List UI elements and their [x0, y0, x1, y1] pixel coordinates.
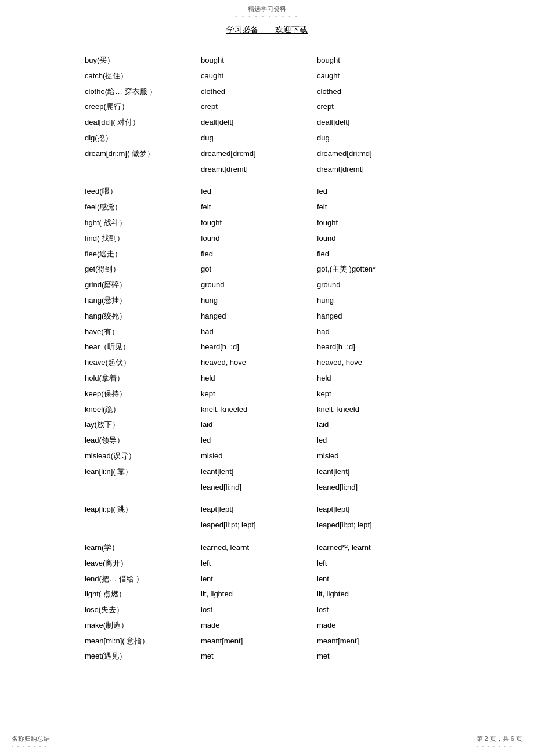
base-form: hang(悬挂） — [81, 293, 197, 309]
base-form: dream[dri:m]( 做梦） — [81, 146, 197, 162]
header-dots: - - - - - - - - - - — [0, 13, 534, 19]
past-participle: crept — [313, 99, 499, 115]
base-form — [81, 518, 197, 533]
base-form: flee(逃走） — [81, 247, 197, 262]
base-form: mean[mi:n]( 意指） — [81, 634, 197, 649]
table-row: leap[li:p]( 跳）leapt[lept]leapt[lept] — [81, 502, 499, 518]
table-row: lose(失去）lostlost — [81, 602, 499, 618]
past-participle: held — [313, 371, 499, 386]
footer-left-dots: - - - - - - - — [12, 743, 50, 749]
footer-right-dots: - - - - - - - — [477, 743, 522, 749]
header-top-text: 精选学习资料 — [0, 5, 534, 13]
past-participle: ground — [313, 277, 499, 293]
base-form: lead(领导） — [81, 433, 197, 448]
content-area: buy(买）boughtboughtcatch(捉住）caughtcaughtc… — [0, 47, 534, 699]
past-form: crept — [197, 99, 313, 115]
past-participle: learned*², learnt — [313, 540, 499, 556]
base-form: hang(绞死） — [81, 309, 197, 324]
table-row: find( 找到）foundfound — [81, 231, 499, 247]
past-form: led — [197, 433, 313, 448]
past-participle: fled — [313, 247, 499, 262]
base-form: lean[li:n]( 靠） — [81, 464, 197, 480]
table-row: fight( 战斗）foughtfought — [81, 215, 499, 231]
past-form: leaped[li:pt; lept] — [197, 518, 313, 533]
table-row: meet(遇见）metmet — [81, 649, 499, 664]
table-row: flee(逃走）fledfled — [81, 247, 499, 262]
past-participle: leaned[li:nd] — [313, 480, 499, 495]
past-form: clothed — [197, 84, 313, 100]
table-row: hold(拿着）heldheld — [81, 371, 499, 386]
verb-table: buy(买）boughtboughtcatch(捉住）caughtcaughtc… — [81, 53, 499, 664]
past-participle: lit, lighted — [313, 587, 499, 602]
table-row: lend(把… 借给 ）lentlent — [81, 571, 499, 587]
past-form: hanged — [197, 309, 313, 324]
past-participle: leaped[li:pt; lept] — [313, 518, 499, 533]
base-form: get(得到） — [81, 262, 197, 277]
past-participle: meant[ment] — [313, 634, 499, 649]
past-participle: left — [313, 556, 499, 571]
past-participle: lent — [313, 571, 499, 587]
footer-right-text: 第 2 页，共 6 页 — [477, 735, 522, 743]
footer-right: 第 2 页，共 6 页 - - - - - - - — [477, 735, 522, 749]
table-row: have(有）hadhad — [81, 324, 499, 340]
past-participle: heard[h :d] — [313, 339, 499, 355]
table-row: learn(学）learned, learntlearned*², learnt — [81, 540, 499, 556]
footer-left-text: 名称归纳总结 — [12, 735, 50, 743]
table-row: lean[li:n]( 靠）leant[lent]leant[lent] — [81, 464, 499, 480]
base-form: grind(磨碎） — [81, 277, 197, 293]
base-form: have(有） — [81, 324, 197, 340]
past-participle: led — [313, 433, 499, 448]
past-participle: misled — [313, 448, 499, 464]
past-form: fought — [197, 215, 313, 231]
past-form: found — [197, 231, 313, 247]
base-form: clothe(给… 穿衣服 ） — [81, 84, 197, 100]
table-row: feed(喂）fedfed — [81, 184, 499, 200]
base-form: find( 找到） — [81, 231, 197, 247]
past-participle: hung — [313, 293, 499, 309]
past-form: laid — [197, 417, 313, 433]
past-form: felt — [197, 200, 313, 215]
table-row: leave(离开）leftleft — [81, 556, 499, 571]
base-form: leave(离开） — [81, 556, 197, 571]
table-row — [81, 533, 499, 540]
past-form: leant[lent] — [197, 464, 313, 480]
past-form: held — [197, 371, 313, 386]
past-participle: bought — [313, 53, 499, 68]
table-row: kneel(跪）knelt, kneeledknelt, kneeld — [81, 402, 499, 418]
base-form: feed(喂） — [81, 184, 197, 200]
table-row: buy(买）boughtbought — [81, 53, 499, 68]
past-form: got — [197, 262, 313, 277]
past-participle: fed — [313, 184, 499, 200]
table-row: lay(放下）laidlaid — [81, 417, 499, 433]
base-form: hold(拿着） — [81, 371, 197, 386]
table-row: hang(悬挂）hunghung — [81, 293, 499, 309]
past-form: ground — [197, 277, 313, 293]
base-form: mislead(误导） — [81, 448, 197, 464]
base-form: learn(学） — [81, 540, 197, 556]
table-row: dig(挖）dugdug — [81, 131, 499, 146]
page-footer: 名称归纳总结 - - - - - - - 第 2 页，共 6 页 - - - -… — [0, 735, 534, 749]
base-form: hear（听见） — [81, 339, 197, 355]
past-participle: leant[lent] — [313, 464, 499, 480]
past-participle: leapt[lept] — [313, 502, 499, 518]
base-form — [81, 480, 197, 495]
past-participle: clothed — [313, 84, 499, 100]
past-form: kept — [197, 386, 313, 402]
table-row: deal[di:l]( 对付）dealt[delt]dealt[delt] — [81, 115, 499, 131]
past-participle: dug — [313, 131, 499, 146]
past-participle: met — [313, 649, 499, 664]
table-row: clothe(给… 穿衣服 ）clothedclothed — [81, 84, 499, 100]
past-participle: lost — [313, 602, 499, 618]
past-participle: laid — [313, 417, 499, 433]
table-row: grind(磨碎）groundground — [81, 277, 499, 293]
base-form: make(制造） — [81, 618, 197, 634]
base-form: lay(放下） — [81, 417, 197, 433]
table-row: dreamt[dremt]dreamt[dremt] — [81, 162, 499, 178]
past-form: meant[ment] — [197, 634, 313, 649]
past-form: dreamed[dri:md] — [197, 146, 313, 162]
past-form: lost — [197, 602, 313, 618]
table-row: keep(保持）keptkept — [81, 386, 499, 402]
past-form: dreamt[dremt] — [197, 162, 313, 178]
past-form: caught — [197, 68, 313, 84]
past-participle: dealt[delt] — [313, 115, 499, 131]
